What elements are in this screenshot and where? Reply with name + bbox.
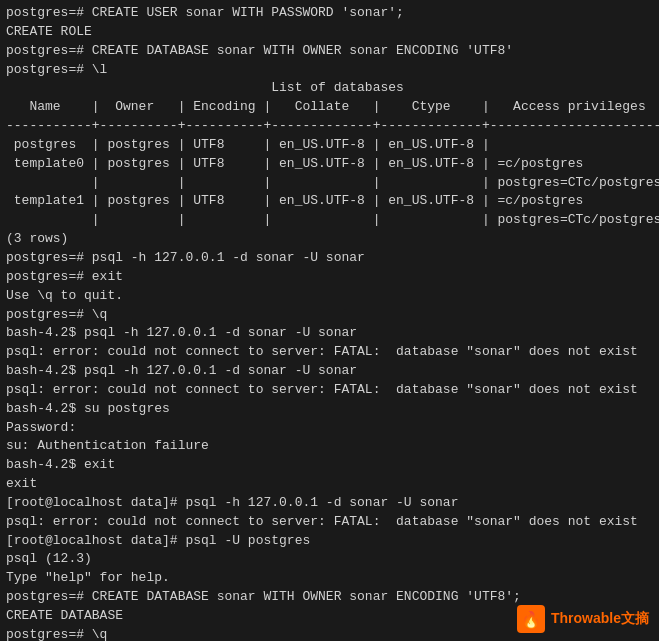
- terminal-line: bash-4.2$ su postgres: [6, 400, 653, 419]
- terminal-line: psql: error: could not connect to server…: [6, 513, 653, 532]
- terminal-output: postgres=# CREATE USER sonar WITH PASSWO…: [6, 4, 653, 641]
- terminal-line: postgres=# CREATE USER sonar WITH PASSWO…: [6, 4, 653, 23]
- terminal-line: psql: error: could not connect to server…: [6, 381, 653, 400]
- terminal-line: Name | Owner | Encoding | Collate | Ctyp…: [6, 98, 653, 117]
- terminal-line: postgres=# CREATE DATABASE sonar WITH OW…: [6, 42, 653, 61]
- terminal-line: psql: error: could not connect to server…: [6, 343, 653, 362]
- terminal-line: bash-4.2$ exit: [6, 456, 653, 475]
- terminal-line: postgres=# exit: [6, 268, 653, 287]
- terminal-line: (3 rows): [6, 230, 653, 249]
- terminal-line: | | | | | postgres=CTc/postgres: [6, 174, 653, 193]
- terminal-line: exit: [6, 475, 653, 494]
- watermark-text: Throwable文摘: [551, 610, 649, 628]
- terminal-line: template1 | postgres | UTF8 | en_US.UTF-…: [6, 192, 653, 211]
- terminal-line: | | | | | postgres=CTc/postgres: [6, 211, 653, 230]
- terminal-line: List of databases: [6, 79, 653, 98]
- terminal-line: postgres=# psql -h 127.0.0.1 -d sonar -U…: [6, 249, 653, 268]
- terminal-line: [root@localhost data]# psql -h 127.0.0.1…: [6, 494, 653, 513]
- terminal-line: su: Authentication failure: [6, 437, 653, 456]
- terminal-line: Password:: [6, 419, 653, 438]
- terminal-line: template0 | postgres | UTF8 | en_US.UTF-…: [6, 155, 653, 174]
- terminal-line: postgres=# \q: [6, 306, 653, 325]
- terminal-line: Type "help" for help.: [6, 569, 653, 588]
- terminal-line: [root@localhost data]# psql -U postgres: [6, 532, 653, 551]
- terminal-line: Use \q to quit.: [6, 287, 653, 306]
- watermark-icon: 🔥: [517, 605, 545, 633]
- terminal-line: -----------+----------+----------+------…: [6, 117, 653, 136]
- terminal-line: bash-4.2$ psql -h 127.0.0.1 -d sonar -U …: [6, 324, 653, 343]
- terminal-line: postgres | postgres | UTF8 | en_US.UTF-8…: [6, 136, 653, 155]
- terminal-line: psql (12.3): [6, 550, 653, 569]
- watermark: 🔥 Throwable文摘: [517, 605, 649, 633]
- terminal-window: postgres=# CREATE USER sonar WITH PASSWO…: [0, 0, 659, 641]
- terminal-line: postgres=# \l: [6, 61, 653, 80]
- terminal-line: bash-4.2$ psql -h 127.0.0.1 -d sonar -U …: [6, 362, 653, 381]
- terminal-line: CREATE ROLE: [6, 23, 653, 42]
